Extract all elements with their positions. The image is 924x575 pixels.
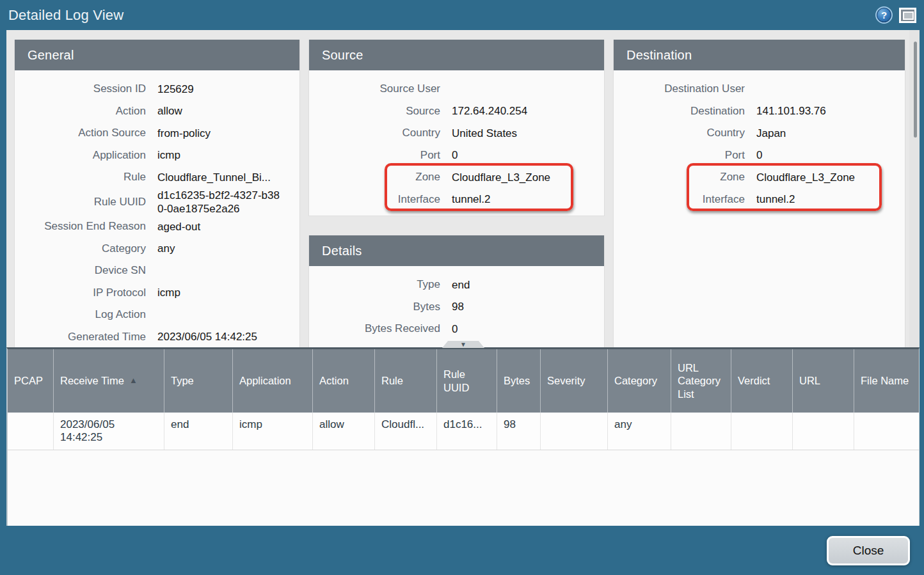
column-header-url-category-list[interactable]: URL Category List	[671, 349, 731, 413]
column-header-type[interactable]: Type	[164, 349, 233, 413]
field-label: Rule UUID	[15, 196, 146, 209]
table-cell: any	[608, 413, 671, 450]
column-header-url[interactable]: URL	[793, 349, 854, 413]
field-value: 125629	[157, 83, 299, 96]
dialog-footer: Close	[0, 526, 924, 575]
table-cell	[671, 413, 731, 450]
column-header-label: Application	[239, 374, 291, 388]
column-header-label: PCAP	[14, 374, 43, 388]
field-label: Bytes Received	[309, 322, 440, 335]
general-panel: General Session ID125629ActionallowActio…	[14, 40, 300, 347]
vertical-scrollbar-thumb[interactable]	[914, 42, 917, 138]
details-panel: Details TypeendBytes98Bytes Received0	[308, 235, 605, 347]
field-value: 0	[756, 148, 905, 162]
column-header-label: Receive Time	[60, 374, 124, 388]
column-header-label: URL Category List	[678, 361, 724, 401]
table-cell	[854, 413, 919, 450]
help-icon[interactable]: ?	[875, 6, 893, 24]
field-value: 2023/06/05 14:42:25	[157, 330, 299, 343]
destination-panel-title: Destination	[614, 40, 905, 70]
destination-panel: Destination Destination UserDestination1…	[613, 40, 905, 347]
chevron-down-icon: ▼	[460, 342, 466, 348]
table-cell: Cloudfl...	[375, 413, 437, 450]
field-label: Log Action	[15, 308, 146, 321]
field-label: Source User	[309, 83, 440, 95]
field-label: Category	[15, 242, 146, 255]
field-row-destination-user: Destination User	[614, 78, 905, 100]
field-label: Action	[15, 105, 146, 118]
highlighted-fields-box: ZoneCloudflare_L3_ZoneInterfacetunnel.2	[309, 166, 604, 210]
field-value: any	[157, 242, 299, 255]
column-header-file-name[interactable]: File Name	[854, 349, 919, 413]
column-header-label: Type	[171, 374, 194, 388]
column-header-pcap[interactable]: PCAP	[8, 349, 54, 413]
panel-splitter-handle[interactable]: ▼	[442, 341, 484, 348]
page-title: Detailed Log View	[0, 7, 123, 24]
column-header-application[interactable]: Application	[233, 349, 313, 413]
field-label: Bytes	[309, 301, 440, 313]
field-value: icmp	[157, 148, 299, 162]
column-header-rule-uuid[interactable]: Rule UUID	[437, 349, 497, 413]
table-cell: d1c16...	[437, 413, 497, 450]
titlebar: Detailed Log View ?	[0, 0, 924, 30]
column-header-bytes[interactable]: Bytes	[497, 349, 541, 413]
field-row-port: Port0	[309, 145, 604, 167]
source-panel-title: Source	[309, 40, 604, 70]
field-label: Zone	[614, 171, 745, 184]
field-row-action: Actionallow	[15, 100, 299, 123]
details-panel-body: TypeendBytes98Bytes Received0	[309, 266, 604, 340]
table-cell: end	[164, 413, 233, 450]
column-header-label: Category	[614, 374, 657, 388]
column-header-rule[interactable]: Rule	[375, 349, 437, 413]
field-value: 172.64.240.254	[452, 104, 604, 118]
field-row-zone: ZoneCloudflare_L3_Zone	[309, 166, 604, 189]
field-row-application: Applicationicmp	[15, 145, 299, 167]
general-panel-body: Session ID125629ActionallowAction Source…	[15, 70, 299, 347]
field-row-session-end-reason: Session End Reasonaged-out	[15, 216, 299, 238]
column-header-verdict[interactable]: Verdict	[731, 349, 793, 413]
column-header-label: File Name	[861, 374, 909, 388]
column-header-label: Verdict	[738, 374, 770, 388]
field-row-source: Source172.64.240.254	[309, 100, 604, 123]
close-button[interactable]: Close	[827, 536, 910, 565]
table-cell: allow	[313, 413, 375, 450]
vertical-scrollbar-track[interactable]	[909, 30, 920, 347]
field-value: Cloudflare_Tunnel_Bi...	[157, 171, 299, 184]
table-row[interactable]: 2023/06/05 14:42:25endicmpallowCloudfl..…	[8, 413, 919, 450]
field-row-interface: Interfacetunnel.2	[614, 189, 905, 211]
field-label: Country	[614, 127, 745, 139]
field-row-action-source: Action Sourcefrom-policy	[15, 122, 299, 145]
source-panel: Source Source UserSource172.64.240.254Co…	[308, 40, 605, 216]
log-table-header-row: PCAPReceive Time▲TypeApplicationActionRu…	[8, 349, 919, 413]
field-row-bytes-received: Bytes Received0	[309, 318, 604, 340]
field-label: Type	[309, 278, 440, 291]
table-cell	[731, 413, 793, 450]
field-row-generated-time: Generated Time2023/06/05 14:42:25	[15, 326, 299, 348]
field-row-country: CountryUnited States	[309, 122, 604, 145]
field-row-rule: RuleCloudflare_Tunnel_Bi...	[15, 166, 299, 189]
field-value: 0	[452, 148, 604, 162]
column-header-severity[interactable]: Severity	[541, 349, 608, 413]
field-row-destination: Destination141.101.93.76	[614, 100, 905, 123]
field-label: Country	[309, 127, 440, 139]
field-row-bytes: Bytes98	[309, 296, 604, 319]
log-table-body: 2023/06/05 14:42:25endicmpallowCloudfl..…	[8, 413, 919, 450]
field-value: end	[452, 278, 604, 292]
table-cell	[8, 413, 54, 450]
column-header-category[interactable]: Category	[608, 349, 671, 413]
column-header-receive-time[interactable]: Receive Time▲	[54, 349, 164, 413]
field-label: Session ID	[15, 83, 146, 95]
field-value: 0	[452, 322, 604, 336]
destination-panel-body: Destination UserDestination141.101.93.76…	[614, 70, 905, 210]
column-header-action[interactable]: Action	[313, 349, 375, 413]
field-value: Cloudflare_L3_Zone	[452, 171, 604, 184]
field-row-port: Port0	[614, 145, 905, 167]
field-value: 141.101.93.76	[756, 104, 905, 118]
log-table-section: ▼ PCAPReceive Time▲TypeApplicationAction…	[6, 347, 920, 526]
field-value: 98	[452, 300, 604, 313]
log-detail-panels-area: General Session ID125629ActionallowActio…	[6, 30, 920, 347]
window-restore-icon[interactable]	[899, 8, 916, 23]
field-row-rule-uuid: Rule UUIDd1c16235-b2f2-4327-b380-0ae1875…	[15, 189, 299, 216]
table-cell	[793, 413, 854, 450]
field-row-log-action: Log Action	[15, 304, 299, 326]
